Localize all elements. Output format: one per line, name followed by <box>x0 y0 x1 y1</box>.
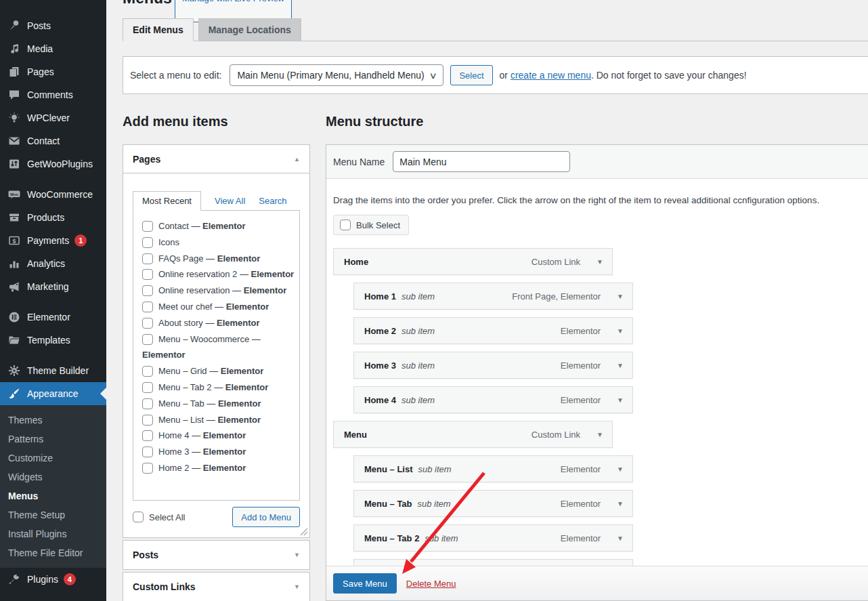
chevron-down-icon[interactable]: ▼ <box>294 552 300 558</box>
posts-accordion-header[interactable]: Posts ▼ <box>123 541 309 569</box>
sidebar-submenu-item-patterns[interactable]: Patterns <box>0 430 106 449</box>
page-checkbox[interactable] <box>142 269 153 280</box>
page-checkbox[interactable] <box>142 398 153 409</box>
page-checkbox[interactable] <box>142 366 153 377</box>
sidebar-item-products[interactable]: Products <box>0 206 106 229</box>
page-checkbox-item[interactable]: Menu – List — Elementor <box>142 412 295 428</box>
chevron-down-icon[interactable]: ▼ <box>617 465 624 473</box>
delete-menu-link[interactable]: Delete Menu <box>406 579 456 589</box>
page-checkbox[interactable] <box>142 334 153 345</box>
sidebar-item-woocommerce[interactable]: Woo WooCommerce <box>0 183 106 206</box>
page-checkbox-item[interactable]: Menu – Tab — Elementor <box>142 396 295 412</box>
analytics-icon <box>7 257 21 270</box>
menu-structure-item[interactable]: Home 3 sub item Elementor ▼ <box>353 352 633 379</box>
sidebar-submenu-item-widgets[interactable]: Widgets <box>0 468 106 486</box>
menu-structure-item[interactable]: Home 2 sub item Elementor ▼ <box>353 317 633 344</box>
sidebar-item-comments[interactable]: Comments <box>0 83 106 106</box>
page-checkbox-item[interactable]: Home 4 — Elementor <box>142 428 295 444</box>
tab-search[interactable]: Search <box>259 192 286 210</box>
page-checkbox-item[interactable]: Menu – Woocommerce — Elementor <box>142 331 295 364</box>
sidebar-submenu-item-install-plugins[interactable]: Install Plugins <box>0 524 106 543</box>
bulk-select-toggle[interactable]: Bulk Select <box>333 215 409 235</box>
pages-panel-header[interactable]: Pages ▲ <box>123 145 309 173</box>
page-checkbox[interactable] <box>142 237 153 248</box>
sidebar-item-elementor[interactable]: Elementor <box>0 306 106 329</box>
count-badge: 4 <box>64 573 76 585</box>
page-checkbox-item[interactable]: FAQs Page — Elementor <box>142 251 295 267</box>
add-to-menu-button[interactable]: Add to Menu <box>232 507 300 527</box>
menu-dropdown[interactable]: Main Menu (Primary Menu, Handheld Menu) … <box>230 64 443 86</box>
page-checkbox-item[interactable]: Home 3 — Elementor <box>142 444 295 460</box>
custom-links-accordion-header[interactable]: Custom Links ▼ <box>123 573 309 601</box>
menu-structure-item[interactable]: Home Custom Link ▼ <box>333 248 613 275</box>
menu-structure-item[interactable]: Menu – Tab 2 sub item Elementor ▼ <box>353 524 633 552</box>
page-checkbox[interactable] <box>142 221 153 232</box>
page-checkbox[interactable] <box>142 285 153 296</box>
create-new-menu-link[interactable]: create a new menu <box>511 70 591 81</box>
page-checkbox[interactable] <box>142 382 153 393</box>
menu-structure-item[interactable]: Menu Custom Link ▼ <box>333 421 613 448</box>
sidebar-item-marketing[interactable]: Marketing <box>0 275 106 298</box>
sidebar-item-theme-builder[interactable]: Theme Builder <box>0 359 106 382</box>
menu-structure-item[interactable]: Home 4 sub item Elementor ▼ <box>353 386 633 413</box>
sidebar-submenu-item-theme-file-editor[interactable]: Theme File Editor <box>0 543 106 562</box>
tab-manage-locations[interactable]: Manage Locations <box>198 18 301 41</box>
sidebar-submenu-item-customize[interactable]: Customize <box>0 449 106 468</box>
resize-handle[interactable] <box>300 528 308 536</box>
page-checkbox[interactable] <box>142 415 153 426</box>
sidebar-submenu-item-menus[interactable]: Menus <box>0 486 106 505</box>
sidebar-item-posts[interactable]: Posts <box>0 14 106 37</box>
chevron-down-icon[interactable]: ▼ <box>617 396 624 404</box>
sidebar-item-analytics[interactable]: Analytics <box>0 252 106 275</box>
select-all-option[interactable]: Select All <box>133 512 185 522</box>
sidebar-item-media[interactable]: Media <box>0 37 106 60</box>
chevron-down-icon[interactable]: ▼ <box>617 535 624 542</box>
page-checkbox-item[interactable]: Meet our chef — Elementor <box>142 299 295 315</box>
sidebar-item-payments[interactable]: $ Payments 1 <box>0 229 106 252</box>
page-checkbox-item[interactable]: Home 2 — Elementor <box>142 460 295 476</box>
page-checkbox-item[interactable]: Menu – Grid — Elementor <box>142 363 295 379</box>
chevron-down-icon[interactable]: ▼ <box>617 327 624 335</box>
sidebar-item-plugins[interactable]: Plugins 4 <box>0 568 106 591</box>
page-checkbox[interactable] <box>142 447 153 457</box>
sidebar-item-pages[interactable]: Pages <box>0 60 106 83</box>
chevron-down-icon[interactable]: ▼ <box>617 500 624 507</box>
menu-structure-item[interactable]: Home 1 sub item Front Page, Elementor ▼ <box>353 283 633 310</box>
chevron-down-icon[interactable]: ▼ <box>596 258 603 266</box>
select-all-checkbox[interactable] <box>133 512 144 522</box>
sidebar-item-appearance[interactable]: Appearance <box>0 382 106 405</box>
page-checkbox-item[interactable]: Contact — Elementor <box>142 218 295 234</box>
tab-edit-menus[interactable]: Edit Menus <box>123 18 194 41</box>
sidebar-submenu-item-themes[interactable]: Themes <box>0 411 106 430</box>
sidebar-submenu-item-theme-setup[interactable]: Theme Setup <box>0 505 106 524</box>
sidebar-item-contact[interactable]: Contact <box>0 129 106 152</box>
page-checkbox[interactable] <box>142 463 153 474</box>
sidebar-item-getwooplugins[interactable]: GetWooPlugins <box>0 152 106 175</box>
bulk-select-checkbox[interactable] <box>340 220 351 230</box>
menu-structure-footer: Save Menu Delete Menu <box>326 566 868 600</box>
chevron-down-icon[interactable]: ▼ <box>617 293 624 300</box>
menu-structure-item[interactable]: Menu – List sub item Elementor ▼ <box>353 455 633 482</box>
menu-name-input[interactable] <box>393 151 570 172</box>
count-badge: 1 <box>74 234 87 247</box>
tab-most-recent[interactable]: Most Recent <box>133 191 201 211</box>
page-checkbox-item[interactable]: Online reservation — Elementor <box>142 283 295 299</box>
page-checkbox[interactable] <box>142 430 153 441</box>
page-checkbox-item[interactable]: Online reservation 2 — Elementor <box>142 266 295 283</box>
page-checkbox[interactable] <box>142 253 153 264</box>
select-button[interactable]: Select <box>450 65 492 85</box>
sidebar-item-templates[interactable]: Templates <box>0 329 106 352</box>
chevron-down-icon[interactable]: ▼ <box>617 362 624 369</box>
page-checkbox-item[interactable]: Menu – Tab 2 — Elementor <box>142 379 295 396</box>
page-checkbox-item[interactable]: About story — Elementor <box>142 315 295 331</box>
page-checkbox-item[interactable]: Icons <box>142 234 295 251</box>
chevron-up-icon[interactable]: ▲ <box>294 156 300 163</box>
sidebar-item-wpclever[interactable]: WPClever <box>0 106 106 129</box>
page-checkbox[interactable] <box>142 302 153 312</box>
page-checkbox[interactable] <box>142 318 153 329</box>
chevron-down-icon[interactable]: ▼ <box>596 431 603 438</box>
chevron-down-icon[interactable]: ▼ <box>294 583 300 590</box>
menu-structure-item[interactable]: Menu – Tab sub item Elementor ▼ <box>353 490 633 517</box>
save-menu-button[interactable]: Save Menu <box>333 573 397 594</box>
tab-view-all[interactable]: View All <box>215 192 245 210</box>
